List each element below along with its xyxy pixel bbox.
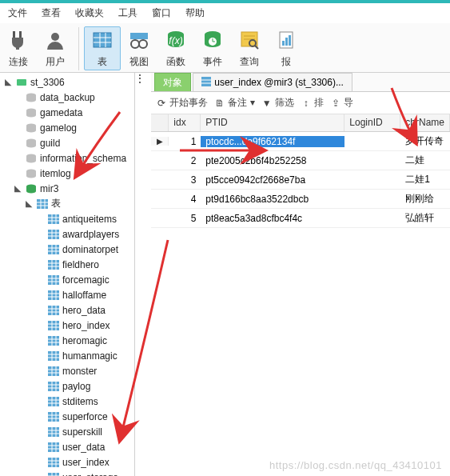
ribbon-separator bbox=[78, 27, 79, 70]
cell-idx[interactable]: 1 bbox=[169, 136, 201, 147]
tree-table-label: user_storage bbox=[62, 472, 118, 477]
tree-table-monster[interactable]: monster bbox=[0, 363, 134, 378]
tree-table-user_index[interactable]: user_index bbox=[0, 454, 134, 470]
tree-table-superskill[interactable]: superskill bbox=[0, 424, 134, 439]
svg-rect-55 bbox=[48, 260, 59, 270]
cell-idx[interactable]: 4 bbox=[169, 194, 201, 205]
sort-label: 排 bbox=[314, 96, 324, 110]
tree-table-label: hero_index bbox=[62, 320, 110, 331]
tree-db-label: mir3 bbox=[40, 183, 58, 194]
table-row[interactable]: 5pt8eac5a3ad8cfbc4f4c弘皓轩 bbox=[151, 209, 450, 228]
filter[interactable]: ▼ 筛选 bbox=[261, 96, 294, 110]
table-row[interactable]: 3pt5cce0942cf2668e7ba二娃1 bbox=[151, 170, 450, 190]
data-grid: idx PTID LoginID chrName ▶1ptocdc...de9f… bbox=[151, 114, 450, 476]
tree-table-label: hero_data bbox=[62, 305, 106, 316]
table-row[interactable]: 4pt9d166bc8aa3522dbcb刚刚给 bbox=[151, 190, 450, 209]
tree-folder-tables[interactable]: ◣ 表 bbox=[0, 196, 134, 211]
ribbon-view[interactable]: 视图 bbox=[121, 26, 157, 70]
col-idx[interactable]: idx bbox=[169, 114, 201, 131]
tree-table-dominatorpet[interactable]: dominatorpet bbox=[0, 242, 134, 257]
col-login[interactable]: LoginID bbox=[344, 114, 400, 131]
svg-rect-65 bbox=[48, 290, 59, 300]
tree-table-stditems[interactable]: stditems bbox=[0, 394, 134, 409]
col-chrname[interactable]: chrName bbox=[400, 114, 450, 131]
tree-db-information_schema[interactable]: information_schema bbox=[0, 150, 134, 166]
ribbon-function[interactable]: f(x) 函数 bbox=[157, 26, 194, 70]
tree-db-data_backup[interactable]: data_backup bbox=[0, 90, 134, 105]
cell-chrname[interactable]: 二娃 bbox=[400, 154, 450, 167]
svg-rect-4 bbox=[94, 33, 111, 47]
tab-user-index[interactable]: user_index @mir3 (st_3306)... bbox=[193, 73, 352, 91]
svg-rect-70 bbox=[48, 306, 59, 315]
menu-tools[interactable]: 工具 bbox=[118, 6, 137, 20]
tree-table-humanmagic[interactable]: humanmagic bbox=[0, 348, 134, 363]
table-row[interactable]: ▶1ptocdc...de9f662134f罗开传奇 bbox=[151, 132, 450, 151]
tree-table-hero_data[interactable]: hero_data bbox=[0, 302, 134, 318]
tree-db-gamelog[interactable]: gamelog bbox=[0, 120, 134, 135]
svg-rect-85 bbox=[48, 351, 59, 361]
collapse-toggle[interactable]: ◣ bbox=[24, 198, 34, 209]
table-row[interactable]: 2pte2005c2b6f4b252258二娃 bbox=[151, 151, 450, 170]
cell-chrname[interactable]: 弘皓轩 bbox=[400, 211, 450, 225]
tree-table-antiqueitems[interactable]: antiqueitems bbox=[0, 211, 134, 226]
menu-file[interactable]: 文件 bbox=[8, 6, 27, 20]
ribbon-event[interactable]: 事件 bbox=[194, 26, 231, 70]
svg-rect-24 bbox=[282, 41, 285, 46]
table-icon bbox=[92, 30, 113, 50]
table-icon bbox=[47, 396, 60, 407]
expand-toggle[interactable]: ◣ bbox=[13, 183, 22, 194]
cell-ptid[interactable]: pt9d166bc8aa3522dbcb bbox=[201, 194, 344, 205]
row-pointer-icon: ▶ bbox=[157, 137, 163, 146]
tree-folder-tables-label: 表 bbox=[51, 197, 61, 210]
ribbon-report[interactable]: 报 bbox=[268, 26, 305, 70]
cell-ptid[interactable]: pt5cce0942cf2668e7ba bbox=[201, 174, 344, 186]
ribbon-user[interactable]: 用户 bbox=[37, 26, 74, 70]
cell-chrname[interactable]: 刚刚给 bbox=[400, 192, 450, 206]
export[interactable]: ⇪ 导 bbox=[330, 96, 353, 110]
cell-ptid[interactable]: ptocdc...de9f662134f bbox=[201, 136, 344, 147]
cell-idx[interactable]: 3 bbox=[169, 174, 201, 186]
ribbon-connection[interactable]: 连接 bbox=[0, 26, 37, 70]
tree-table-fieldhero[interactable]: fieldhero bbox=[0, 257, 134, 272]
event-icon bbox=[202, 30, 223, 50]
tree-table-user_data[interactable]: user_data bbox=[0, 439, 134, 454]
tree-table-heromagic[interactable]: heromagic bbox=[0, 333, 134, 348]
cell-chrname[interactable]: 罗开传奇 bbox=[400, 134, 450, 148]
menu-window[interactable]: 窗口 bbox=[152, 6, 171, 20]
tree-db-itemlog[interactable]: itemlog bbox=[0, 166, 134, 181]
cell-chrname[interactable]: 二娃1 bbox=[400, 173, 450, 186]
ribbon-table[interactable]: 表 bbox=[84, 26, 121, 70]
tree-table-awardplayers[interactable]: awardplayers bbox=[0, 226, 134, 242]
tree-table-halloffame[interactable]: halloffame bbox=[0, 287, 134, 302]
tree-connection[interactable]: ◣ st_3306 bbox=[0, 74, 134, 90]
cell-idx[interactable]: 2 bbox=[169, 155, 201, 166]
tree-db-label: data_backup bbox=[40, 92, 95, 103]
cell-ptid[interactable]: pte2005c2b6f4b252258 bbox=[201, 155, 344, 166]
tree-table-superforce[interactable]: superforce bbox=[0, 409, 134, 424]
tab-objects-label: 对象 bbox=[163, 76, 182, 90]
memo[interactable]: 🗎 备注 ▾ bbox=[214, 96, 254, 110]
menu-help[interactable]: 帮助 bbox=[185, 6, 205, 20]
begin-transaction[interactable]: ⟳ 开始事务 bbox=[156, 96, 208, 110]
tree-db-guild[interactable]: guild bbox=[0, 135, 134, 150]
tree-table-label: halloffame bbox=[62, 290, 106, 301]
tree-db-label: gamedata bbox=[40, 107, 82, 118]
splitter[interactable]: ⋮ bbox=[135, 73, 145, 476]
menu-view[interactable]: 查看 bbox=[42, 6, 61, 20]
col-ptid[interactable]: PTID bbox=[201, 114, 344, 131]
cell-idx[interactable]: 5 bbox=[169, 213, 201, 224]
cell-ptid[interactable]: pt8eac5a3ad8cfbc4f4c bbox=[201, 213, 344, 224]
tree-db-gamedata[interactable]: gamedata bbox=[0, 105, 134, 120]
menu-favorites[interactable]: 收藏夹 bbox=[75, 6, 104, 20]
collapse-toggle[interactable]: ◣ bbox=[3, 77, 13, 87]
ribbon-query[interactable]: 查询 bbox=[231, 26, 268, 70]
tree-table-label: paylog bbox=[62, 381, 90, 392]
tree-table-hero_index[interactable]: hero_index bbox=[0, 318, 134, 333]
tab-objects[interactable]: 对象 bbox=[154, 73, 191, 91]
tree-table-forcemagic[interactable]: forcemagic bbox=[0, 272, 134, 287]
svg-rect-9 bbox=[130, 33, 148, 39]
tree-db-mir3[interactable]: ◣mir3 bbox=[0, 181, 134, 196]
tree-table-user_storage[interactable]: user_storage bbox=[0, 470, 134, 476]
sort[interactable]: ↕ 排 bbox=[301, 96, 324, 110]
tree-table-paylog[interactable]: paylog bbox=[0, 378, 134, 394]
